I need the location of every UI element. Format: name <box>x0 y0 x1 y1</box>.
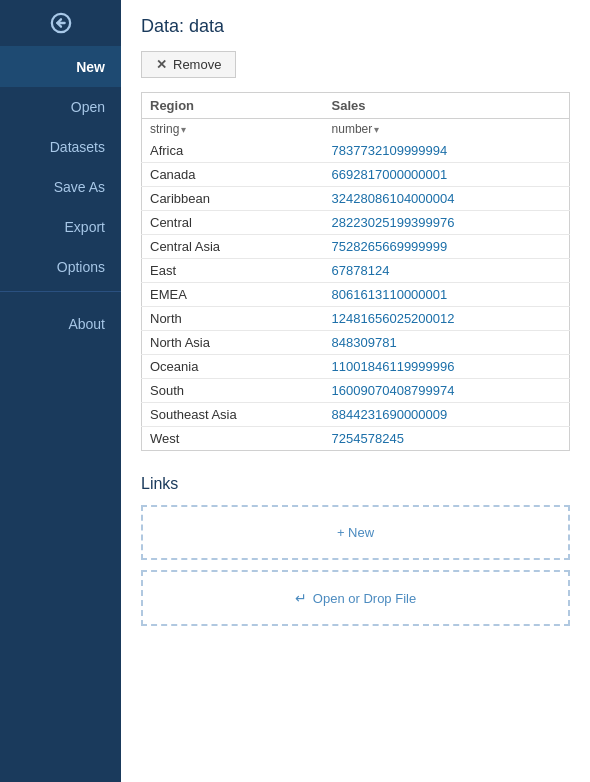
cell-region: North <box>142 307 324 331</box>
sidebar-item-export[interactable]: Export <box>0 207 121 247</box>
table-body: Africa 7837732109999994 Canada 669281700… <box>142 139 570 451</box>
sidebar-item-datasets[interactable]: Datasets <box>0 127 121 167</box>
table-row: Central Asia 7528265669999999 <box>142 235 570 259</box>
open-file-icon: ↵ <box>295 590 307 606</box>
links-title: Links <box>141 475 570 493</box>
cell-sales: 8061613110000001 <box>324 283 570 307</box>
cell-sales: 11001846119999996 <box>324 355 570 379</box>
table-type-row: string ▾ number ▾ <box>142 119 570 140</box>
cell-region: Central Asia <box>142 235 324 259</box>
type-sales: number ▾ <box>324 119 570 140</box>
cell-region: Central <box>142 211 324 235</box>
cell-sales: 7528265669999999 <box>324 235 570 259</box>
chevron-down-icon: ▾ <box>374 124 379 135</box>
table-row: EMEA 8061613110000001 <box>142 283 570 307</box>
cell-sales: 32428086104000004 <box>324 187 570 211</box>
main-content: Data: data ✕ Remove Region Sales string … <box>121 0 590 782</box>
type-region: string ▾ <box>142 119 324 140</box>
cell-sales: 8844231690000009 <box>324 403 570 427</box>
chevron-down-icon: ▾ <box>181 124 186 135</box>
table-row: West 7254578245 <box>142 427 570 451</box>
column-header-sales: Sales <box>324 93 570 119</box>
cell-sales: 848309781 <box>324 331 570 355</box>
table-row: East 67878124 <box>142 259 570 283</box>
data-table: Region Sales string ▾ number ▾ <box>141 92 570 451</box>
sidebar-item-new[interactable]: New <box>0 47 121 87</box>
cell-sales: 67878124 <box>324 259 570 283</box>
back-button[interactable] <box>0 0 121 47</box>
cell-region: West <box>142 427 324 451</box>
sidebar: New Open Datasets Save As Export Options… <box>0 0 121 782</box>
cell-sales: 16009070408799974 <box>324 379 570 403</box>
open-drop-box[interactable]: ↵ Open or Drop File <box>141 570 570 626</box>
cell-region: EMEA <box>142 283 324 307</box>
cell-region: Africa <box>142 139 324 163</box>
new-link-box[interactable]: + New <box>141 505 570 560</box>
table-header-row: Region Sales <box>142 93 570 119</box>
cell-sales: 28223025199399976 <box>324 211 570 235</box>
remove-button[interactable]: ✕ Remove <box>141 51 236 78</box>
table-row: South 16009070408799974 <box>142 379 570 403</box>
cell-sales: 6692817000000001 <box>324 163 570 187</box>
sidebar-item-about[interactable]: About <box>0 304 121 344</box>
table-row: Central 28223025199399976 <box>142 211 570 235</box>
cell-region: North Asia <box>142 331 324 355</box>
cell-region: East <box>142 259 324 283</box>
sidebar-item-open[interactable]: Open <box>0 87 121 127</box>
cell-region: Southeast Asia <box>142 403 324 427</box>
table-row: Caribbean 32428086104000004 <box>142 187 570 211</box>
table-row: North 12481656025200012 <box>142 307 570 331</box>
table-row: Canada 6692817000000001 <box>142 163 570 187</box>
x-icon: ✕ <box>156 57 167 72</box>
sidebar-item-options[interactable]: Options <box>0 247 121 287</box>
table-row: Africa 7837732109999994 <box>142 139 570 163</box>
sidebar-divider <box>0 291 121 292</box>
cell-region: Oceania <box>142 355 324 379</box>
cell-sales: 12481656025200012 <box>324 307 570 331</box>
sidebar-item-save-as[interactable]: Save As <box>0 167 121 207</box>
table-row: North Asia 848309781 <box>142 331 570 355</box>
cell-region: South <box>142 379 324 403</box>
table-row: Oceania 11001846119999996 <box>142 355 570 379</box>
page-title: Data: data <box>141 16 570 37</box>
cell-region: Caribbean <box>142 187 324 211</box>
cell-sales: 7254578245 <box>324 427 570 451</box>
cell-region: Canada <box>142 163 324 187</box>
column-header-region: Region <box>142 93 324 119</box>
table-row: Southeast Asia 8844231690000009 <box>142 403 570 427</box>
cell-sales: 7837732109999994 <box>324 139 570 163</box>
